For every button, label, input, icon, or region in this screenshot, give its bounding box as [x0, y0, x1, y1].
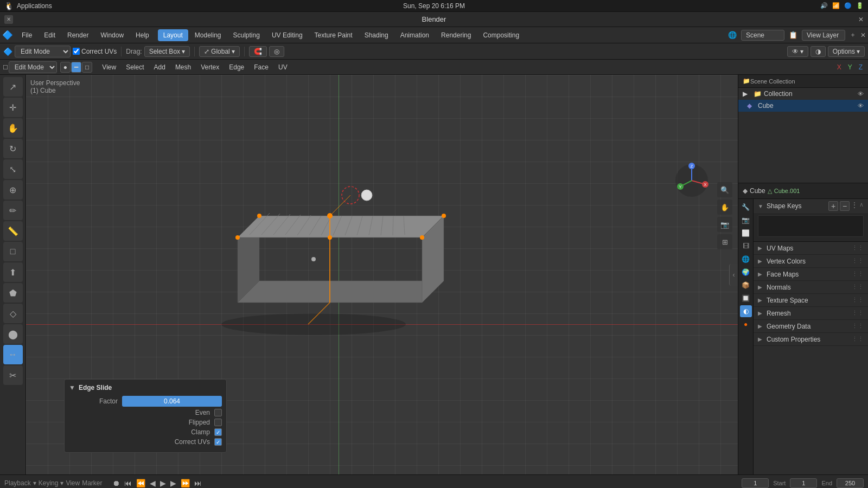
- tool-rotate[interactable]: ↻: [3, 139, 23, 158]
- edit-edge[interactable]: Edge: [225, 62, 248, 73]
- prop-modifier-icon[interactable]: 🔲: [740, 292, 752, 304]
- viewport[interactable]: User Perspective (1) Cube: [26, 75, 738, 474]
- play-btn[interactable]: ▶: [159, 478, 167, 489]
- options-btn[interactable]: Options ▾: [828, 46, 865, 57]
- snap-btn[interactable]: 🧲: [249, 46, 267, 57]
- clamp-checkbox[interactable]: [214, 428, 222, 436]
- xyz-y-btn[interactable]: Y: [846, 62, 854, 72]
- menu-window[interactable]: Window: [95, 29, 129, 41]
- custom-properties-item[interactable]: ▶ Custom Properties ⋮⋮: [754, 333, 868, 346]
- workspace-animation[interactable]: Animation: [395, 29, 435, 41]
- shape-key-dots[interactable]: ⋮: [851, 201, 858, 211]
- vertex-colors-dots[interactable]: ⋮⋮: [852, 258, 864, 265]
- edit-mesh[interactable]: Mesh: [171, 62, 195, 73]
- shape-keys-header[interactable]: ▼ Shape Keys + − ⋮ ∧: [754, 199, 868, 213]
- menu-render[interactable]: Render: [62, 29, 94, 41]
- edit-face[interactable]: Face: [250, 62, 273, 73]
- face-select-btn[interactable]: □: [82, 62, 92, 73]
- prev-keyframe-btn[interactable]: ⏪: [135, 478, 146, 489]
- edit-vertex[interactable]: Vertex: [196, 62, 224, 73]
- transform-global-btn[interactable]: ⤢ Global ▾: [199, 46, 240, 57]
- edit-select[interactable]: Select: [122, 62, 148, 73]
- mode-selector[interactable]: Edit Mode Object Mode: [15, 46, 71, 57]
- menu-edit[interactable]: Edit: [39, 29, 61, 41]
- edit-view[interactable]: View: [98, 62, 120, 73]
- uv-maps-dots[interactable]: ⋮⋮: [852, 245, 864, 252]
- playback-dropdown[interactable]: ▾: [33, 479, 36, 487]
- menu-file[interactable]: File: [16, 29, 37, 41]
- app-name[interactable]: Applications: [17, 2, 52, 10]
- window-close-right[interactable]: ✕: [858, 16, 864, 23]
- shape-key-collapse[interactable]: ∧: [859, 201, 864, 211]
- jump-end-btn[interactable]: ⏭: [193, 478, 203, 489]
- view-layer-input[interactable]: [802, 30, 845, 41]
- workspace-uv-editing[interactable]: UV Editing: [266, 29, 308, 41]
- prop-view-layer-icon[interactable]: 🎞: [740, 240, 752, 252]
- add-scene-icon[interactable]: ＋: [850, 30, 856, 40]
- panel-collapse-arrow[interactable]: ▼: [69, 384, 75, 391]
- mesh-selector-name[interactable]: Cube.001: [774, 188, 800, 194]
- prop-world-icon[interactable]: 🌍: [740, 266, 752, 278]
- overlay-btn[interactable]: 👁 ▾: [787, 46, 808, 57]
- texture-space-item[interactable]: ▶ Texture Space ⋮⋮: [754, 294, 868, 307]
- collection-row[interactable]: ▶ 📁 Collection 👁: [738, 88, 868, 100]
- prop-data-icon[interactable]: ◐: [740, 305, 752, 317]
- xyz-x-btn[interactable]: X: [835, 62, 844, 72]
- correct-uvs-checkbox[interactable]: [73, 48, 80, 55]
- next-keyframe-btn[interactable]: ⏩: [180, 478, 191, 489]
- pan-btn[interactable]: ✋: [717, 200, 732, 215]
- tool-extrude[interactable]: ⬆: [3, 262, 23, 282]
- correct-uvs-toggle[interactable]: Correct UVs: [73, 48, 117, 55]
- proportional-btn[interactable]: ◎: [269, 46, 284, 57]
- prop-scene-icon[interactable]: 🌐: [740, 253, 752, 265]
- edit-uv[interactable]: UV: [274, 62, 292, 73]
- camera-btn[interactable]: 📷: [717, 217, 732, 232]
- start-frame-input[interactable]: [790, 478, 817, 488]
- tool-measure[interactable]: 📏: [3, 221, 23, 241]
- vertex-select-btn[interactable]: ●: [60, 62, 71, 73]
- custom-properties-dots[interactable]: ⋮⋮: [852, 336, 864, 343]
- shape-key-add-btn[interactable]: +: [828, 201, 838, 211]
- tool-move[interactable]: ✋: [3, 118, 23, 138]
- remesh-item[interactable]: ▶ Remesh ⋮⋮: [754, 307, 868, 320]
- scene-input[interactable]: [741, 30, 784, 41]
- tool-annotate[interactable]: ✏: [3, 201, 23, 220]
- select-box-btn[interactable]: Select Box ▾: [144, 46, 190, 57]
- face-maps-item[interactable]: ▶ Face Maps ⋮⋮: [754, 268, 868, 281]
- prop-object-icon[interactable]: 📦: [740, 279, 752, 291]
- viewport-shading-btn[interactable]: ◑: [810, 46, 826, 57]
- even-checkbox[interactable]: [214, 409, 222, 416]
- tool-select[interactable]: ↗: [3, 77, 23, 97]
- tool-inset[interactable]: ⬟: [3, 283, 23, 303]
- edit-mode-selector[interactable]: Edit Mode: [9, 61, 57, 73]
- edge-select-btn[interactable]: ━: [71, 62, 81, 73]
- shape-key-minus-btn[interactable]: −: [840, 201, 850, 211]
- keying-dropdown[interactable]: ▾: [60, 479, 63, 487]
- workspace-texture-paint[interactable]: Texture Paint: [309, 29, 358, 41]
- flipped-checkbox[interactable]: [214, 419, 222, 426]
- workspace-compositing[interactable]: Compositing: [477, 29, 525, 41]
- tool-scale[interactable]: ⤡: [3, 159, 23, 179]
- normals-item[interactable]: ▶ Normals ⋮⋮: [754, 281, 868, 294]
- xyz-z-btn[interactable]: Z: [857, 62, 865, 72]
- tool-add-cube[interactable]: □: [3, 242, 23, 261]
- prop-render-icon[interactable]: 📷: [740, 214, 752, 226]
- workspace-modeling[interactable]: Modeling: [189, 29, 227, 41]
- workspace-rendering[interactable]: Rendering: [436, 29, 476, 41]
- normals-dots[interactable]: ⋮⋮: [852, 284, 864, 291]
- menu-help[interactable]: Help: [130, 29, 155, 41]
- current-frame-input[interactable]: [742, 478, 769, 488]
- prev-frame-btn[interactable]: ◀: [149, 478, 157, 489]
- next-frame-btn[interactable]: ▶: [169, 478, 177, 489]
- prop-output-icon[interactable]: ⬜: [740, 227, 752, 239]
- geometry-data-dots[interactable]: ⋮⋮: [852, 323, 864, 330]
- uv-maps-item[interactable]: ▶ UV Maps ⋮⋮: [754, 242, 868, 255]
- face-maps-dots[interactable]: ⋮⋮: [852, 271, 864, 278]
- zoom-in-btn[interactable]: 🔍: [717, 182, 732, 197]
- workspace-sculpting[interactable]: Sculpting: [228, 29, 265, 41]
- end-frame-input[interactable]: [837, 478, 864, 488]
- factor-value-bar[interactable]: 0.064: [122, 396, 222, 407]
- tool-knife[interactable]: ✂: [3, 365, 23, 385]
- remesh-dots[interactable]: ⋮⋮: [852, 310, 864, 317]
- grid-view-btn[interactable]: ⊞: [717, 234, 732, 249]
